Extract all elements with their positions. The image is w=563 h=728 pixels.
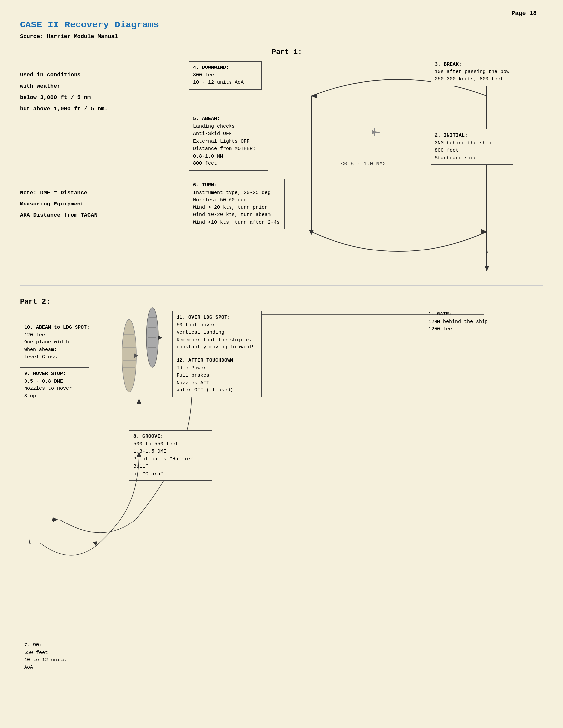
box-downwind: 4. DOWNWIND: 800 feet 10 - 12 units AoA (189, 61, 261, 90)
box-abeam-ldg: 10. ABEAM to LDG SPOT: 120 feet One plan… (20, 321, 96, 364)
part2-path (20, 381, 218, 629)
note-text: Note: DME = Distance Measuring Equipment… (20, 187, 108, 221)
conditions-text: Used in conditions with weather below 3,… (20, 69, 108, 114)
svg-marker-34 (29, 539, 31, 544)
source-line: Source: Harrier Module Manual (20, 33, 543, 40)
box-break: 3. BREAK: 10s after passing the bow 250-… (431, 58, 523, 86)
svg-marker-1 (485, 266, 489, 271)
svg-marker-3 (311, 93, 317, 99)
svg-marker-8 (372, 131, 380, 134)
svg-marker-38 (137, 399, 141, 404)
box-90: 7. 90: 650 feet 10 to 12 units AoA (20, 639, 79, 674)
svg-text:<0.8 - 1.0 NM>: <0.8 - 1.0 NM> (341, 161, 386, 167)
box-turn: 6. TURN: Instrument type, 20-25 deg Nozz… (189, 179, 285, 229)
svg-marker-6 (481, 229, 487, 234)
svg-marker-17 (158, 336, 162, 340)
svg-marker-11 (486, 248, 488, 253)
box-initial: 2. INITIAL: 3NM behind the ship 800 feet… (431, 129, 513, 165)
section-divider (20, 285, 543, 286)
box-over-ldg: 11. OVER LDG SPOT: 50-foot hover Vertica… (172, 311, 261, 354)
page-number: Page 18 (511, 10, 537, 17)
page-title: CASE II Recovery Diagrams (20, 20, 543, 30)
box-abeam: 5. ABEAM: Landing checks Anti-Skid OFF E… (189, 113, 268, 171)
